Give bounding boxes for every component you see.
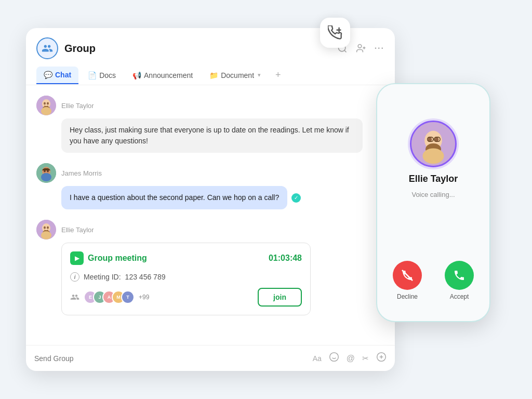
tab-document-label: Document — [221, 71, 254, 79]
phone-container: Ellie Taylor Voice calling... Decline — [376, 83, 490, 322]
caller-status: Voice calling... — [411, 191, 455, 198]
chat-tabs: 💬 Chat 📄 Docs 📢 Announcement 📁 Document … — [36, 65, 384, 85]
tab-chat-label: Chat — [55, 71, 71, 79]
accept-btn-col: Accept — [445, 261, 474, 300]
attendee-count: +99 — [139, 294, 149, 301]
add-attachment-icon[interactable] — [376, 352, 387, 365]
caller-avatar — [410, 121, 457, 167]
chat-window: Group ··· 💬 — [26, 28, 395, 371]
mention-icon[interactable]: @ — [347, 354, 355, 363]
svg-point-6 — [44, 102, 46, 105]
messages-area: Ellie Taylor Hey class, just making sure… — [26, 85, 395, 345]
scissors-icon[interactable]: ✂ — [362, 354, 369, 363]
tab-document[interactable]: 📁 Document ▾ — [202, 67, 268, 84]
sender-name-ellie-2: Ellie Taylor — [61, 226, 94, 234]
decline-button[interactable] — [393, 261, 422, 290]
meeting-title: Group meeting — [88, 254, 147, 263]
document-chevron: ▾ — [258, 72, 261, 78]
caller-name: Ellie Taylor — [409, 174, 458, 184]
sender-name-ellie-1: Ellie Taylor — [61, 102, 94, 110]
floating-call-icon[interactable] — [320, 18, 350, 48]
attendee-5: T — [121, 290, 135, 304]
input-actions: Aa @ ✂ — [313, 352, 387, 365]
tab-docs-label: Docs — [99, 71, 116, 79]
info-icon: i — [70, 272, 79, 282]
avatar-ellie-1 — [36, 96, 56, 115]
decline-label: Decline — [397, 293, 418, 300]
font-size-icon[interactable]: Aa — [313, 354, 322, 363]
tab-announcement-label: Announcement — [144, 71, 193, 79]
phone-content: Ellie Taylor Voice calling... — [409, 121, 458, 198]
meeting-id: 123 456 789 — [125, 273, 166, 281]
more-icon[interactable]: ··· — [375, 44, 384, 53]
accept-label: Accept — [450, 293, 469, 300]
svg-point-20 — [41, 231, 51, 240]
announcement-tab-icon: 📢 — [132, 71, 141, 79]
chat-tab-icon: 💬 — [44, 71, 52, 79]
phone-frame: Ellie Taylor Voice calling... Decline — [376, 83, 490, 322]
message-group-3: Ellie Taylor ▶ Group meeting 01:03:48 i … — [36, 220, 384, 315]
message-bubble-1: Hey class, just making sure that everyon… — [61, 118, 363, 153]
phone-actions: Decline Accept — [388, 261, 479, 300]
attendee-avatars: E J A M T — [84, 290, 135, 304]
message-group-1: Ellie Taylor Hey class, just making sure… — [36, 96, 384, 153]
add-tab-button[interactable]: + — [270, 65, 286, 85]
meeting-video-icon: ▶ — [70, 251, 84, 265]
svg-point-1 — [358, 45, 362, 48]
decline-btn-col: Decline — [393, 261, 422, 300]
meeting-timer: 01:03:48 — [269, 254, 302, 263]
group-avatar — [36, 37, 58, 59]
document-tab-icon: 📁 — [209, 71, 218, 79]
emoji-icon[interactable] — [329, 352, 339, 365]
add-user-icon[interactable] — [356, 43, 366, 54]
svg-point-9 — [41, 107, 51, 115]
tab-chat[interactable]: 💬 Chat — [36, 66, 78, 84]
message-input[interactable] — [34, 354, 307, 363]
group-title: Group — [64, 43, 96, 55]
tab-docs[interactable]: 📄 Docs — [81, 67, 123, 84]
svg-point-35 — [422, 148, 444, 164]
attendees-icon — [70, 292, 79, 302]
message-group-2: James Morris I have a question about the… — [36, 163, 384, 209]
meeting-card: ▶ Group meeting 01:03:48 i Meeting ID: 1… — [61, 243, 311, 315]
meeting-id-label: Meeting ID: — [84, 273, 121, 281]
read-receipt-icon: ✓ — [291, 193, 301, 203]
input-bar: Aa @ ✂ — [26, 345, 395, 371]
docs-tab-icon: 📄 — [88, 71, 97, 79]
svg-point-18 — [47, 227, 49, 229]
join-button[interactable]: join — [258, 288, 302, 307]
svg-point-17 — [44, 227, 46, 229]
svg-point-7 — [47, 102, 49, 105]
tab-announcement[interactable]: 📢 Announcement — [125, 67, 200, 84]
avatar-james — [36, 163, 56, 183]
sender-name-james: James Morris — [61, 169, 102, 177]
message-bubble-2: I have a question about the second paper… — [61, 186, 287, 209]
avatar-ellie-2 — [36, 220, 56, 240]
svg-point-14 — [41, 173, 51, 181]
accept-button[interactable] — [445, 261, 474, 290]
svg-point-21 — [329, 353, 338, 362]
